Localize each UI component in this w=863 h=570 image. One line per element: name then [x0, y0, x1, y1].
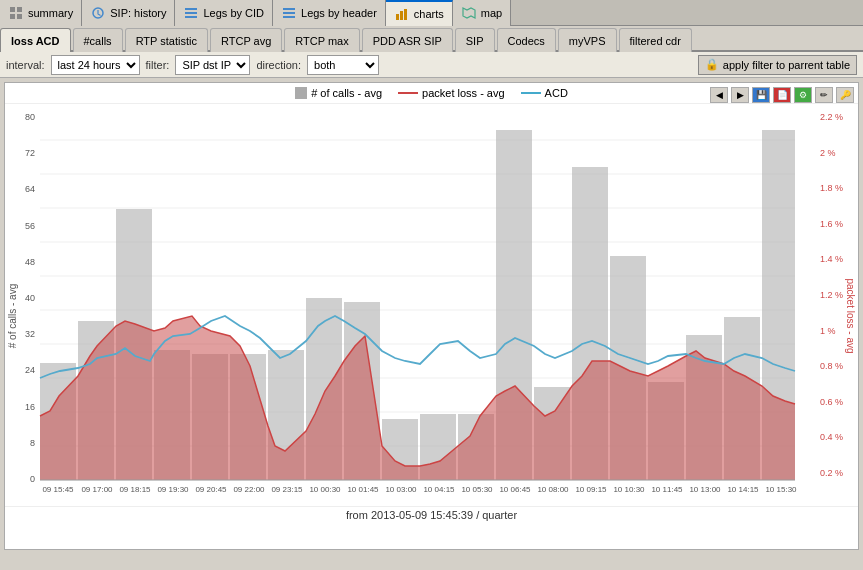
y-right-02: 0.2 %: [820, 468, 843, 478]
calls-legend-label: # of calls - avg: [311, 87, 382, 99]
chart-toolbar: ◀ ▶ 💾 📄 ⚙ ✏ 🔑: [710, 87, 854, 103]
svg-text:10 11:45: 10 11:45: [651, 485, 683, 494]
subtab-filtered-cdr-label: filtered cdr: [630, 35, 681, 47]
subtab-rtcp-avg[interactable]: RTCP avg: [210, 28, 282, 52]
subtab-sip-label: SIP: [466, 35, 484, 47]
svg-text:10 15:30: 10 15:30: [765, 485, 797, 494]
subtab-loss-acd[interactable]: loss ACD: [0, 28, 71, 52]
subtab-rtp-label: RTP statistic: [136, 35, 197, 47]
legend-loss: packet loss - avg: [398, 87, 505, 99]
y-right-18: 1.8 %: [820, 183, 843, 193]
y-right-08: 0.8 %: [820, 361, 843, 371]
tab-sip-history[interactable]: SIP: history: [82, 0, 175, 26]
subtab-codecs[interactable]: Codecs: [497, 28, 556, 52]
tab-legs-by-cid[interactable]: Legs by CID: [175, 0, 273, 26]
settings-button[interactable]: ⚙: [794, 87, 812, 103]
subtab-myvps[interactable]: myVPS: [558, 28, 617, 52]
y-left-64: 64: [25, 184, 35, 194]
interval-select[interactable]: last 24 hours last 7 days last 30 days: [51, 55, 140, 75]
chart-footer: from 2013-05-09 15:45:39 / quarter: [5, 506, 858, 523]
tab-charts[interactable]: charts: [386, 0, 453, 26]
tab-charts-label: charts: [414, 8, 444, 20]
tab-summary-label: summary: [28, 7, 73, 19]
y-right-04: 0.4 %: [820, 432, 843, 442]
svg-text:10 06:45: 10 06:45: [499, 485, 531, 494]
svg-rect-0: [10, 7, 15, 12]
interval-label: interval:: [6, 59, 45, 71]
info-button[interactable]: 🔑: [836, 87, 854, 103]
loss-legend-label: packet loss - avg: [422, 87, 505, 99]
svg-text:10 13:00: 10 13:00: [689, 485, 721, 494]
direction-select[interactable]: both inbound outbound: [307, 55, 379, 75]
tab-map[interactable]: map: [453, 0, 511, 26]
y-right-16: 1.6 %: [820, 219, 843, 229]
export-button[interactable]: 📄: [773, 87, 791, 103]
legend-calls: # of calls - avg: [295, 87, 382, 99]
apply-filter-button[interactable]: 🔒 apply filter to parrent table: [698, 55, 857, 75]
subtab-myvps-label: myVPS: [569, 35, 606, 47]
subtab-rtcp-max-label: RTCP max: [295, 35, 348, 47]
svg-rect-7: [185, 16, 197, 18]
svg-text:09 19:30: 09 19:30: [157, 485, 189, 494]
nav-right-button[interactable]: ▶: [731, 87, 749, 103]
svg-rect-6: [185, 12, 197, 14]
y-left-80: 80: [25, 112, 35, 122]
acd-legend-line: [521, 92, 541, 94]
tab-legs-by-header[interactable]: Legs by header: [273, 0, 386, 26]
edit-button[interactable]: ✏: [815, 87, 833, 103]
subtab-pdd-label: PDD ASR SIP: [373, 35, 442, 47]
legs-cid-icon: [183, 6, 199, 20]
subtab-rtcp-max[interactable]: RTCP max: [284, 28, 359, 52]
y-right-22: 2.2 %: [820, 112, 843, 122]
subtab-rtp-statistic[interactable]: RTP statistic: [125, 28, 208, 52]
map-icon: [461, 6, 477, 20]
y-left-16: 16: [25, 402, 35, 412]
svg-text:10 08:00: 10 08:00: [537, 485, 569, 494]
subtab-codecs-label: Codecs: [508, 35, 545, 47]
svg-text:10 01:45: 10 01:45: [347, 485, 379, 494]
svg-text:10 05:30: 10 05:30: [461, 485, 493, 494]
svg-text:09 17:00: 09 17:00: [81, 485, 113, 494]
y-left-8: 8: [30, 438, 35, 448]
save-button[interactable]: 💾: [752, 87, 770, 103]
y-right-12: 1.2 %: [820, 290, 843, 300]
chart-container: # of calls - avg packet loss - avg ACD ◀…: [4, 82, 859, 550]
y-right-10: 1 %: [820, 326, 836, 336]
sip-history-icon: [90, 6, 106, 20]
y-left-32: 32: [25, 329, 35, 339]
loss-legend-line: [398, 92, 418, 94]
svg-rect-2: [10, 14, 15, 19]
calls-legend-box: [295, 87, 307, 99]
subtab-sip[interactable]: SIP: [455, 28, 495, 52]
subtab-pdd-asr-sip[interactable]: PDD ASR SIP: [362, 28, 453, 52]
svg-text:09 23:15: 09 23:15: [271, 485, 303, 494]
charts-icon: [394, 7, 410, 21]
subtab-calls[interactable]: #calls: [73, 28, 123, 52]
svg-rect-8: [283, 8, 295, 10]
y-right-axis-label: packet loss - avg: [845, 278, 856, 353]
y-left-72: 72: [25, 148, 35, 158]
legend-acd: ACD: [521, 87, 568, 99]
subtab-calls-label: #calls: [84, 35, 112, 47]
subtab-rtcp-avg-label: RTCP avg: [221, 35, 271, 47]
svg-text:09 15:45: 09 15:45: [42, 485, 74, 494]
svg-text:09 20:45: 09 20:45: [195, 485, 227, 494]
legs-header-icon: [281, 6, 297, 20]
tab-legs-by-header-label: Legs by header: [301, 7, 377, 19]
y-left-56: 56: [25, 221, 35, 231]
svg-marker-14: [463, 8, 475, 18]
tab-map-label: map: [481, 7, 502, 19]
y-left-24: 24: [25, 365, 35, 375]
y-right-06: 0.6 %: [820, 397, 843, 407]
subtab-filtered-cdr[interactable]: filtered cdr: [619, 28, 692, 52]
filter-select[interactable]: SIP dst IP SIP src IP none: [175, 55, 250, 75]
apply-filter-label: apply filter to parrent table: [723, 59, 850, 71]
y-left-40: 40: [25, 293, 35, 303]
y-left-48: 48: [25, 257, 35, 267]
tab-summary[interactable]: summary: [0, 0, 82, 26]
y-left-axis-label: # of calls - avg: [7, 284, 18, 348]
subtab-loss-acd-label: loss ACD: [11, 35, 60, 47]
nav-left-button[interactable]: ◀: [710, 87, 728, 103]
svg-text:10 03:00: 10 03:00: [385, 485, 417, 494]
direction-label: direction:: [256, 59, 301, 71]
